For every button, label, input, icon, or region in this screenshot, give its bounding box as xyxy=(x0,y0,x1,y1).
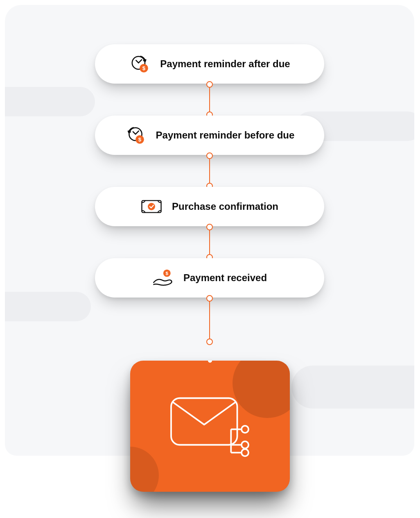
svg-point-7 xyxy=(148,203,155,210)
svg-point-12 xyxy=(242,441,248,448)
svg-point-13 xyxy=(242,449,248,456)
decorative-circle xyxy=(130,447,159,492)
svg-rect-10 xyxy=(171,398,237,445)
connector-node xyxy=(206,361,214,364)
flow-step-label: Purchase confirmation xyxy=(172,201,278,212)
money-check-icon xyxy=(141,196,162,217)
flow-terminal xyxy=(130,361,290,492)
svg-text:$: $ xyxy=(138,136,141,143)
svg-text:$: $ xyxy=(142,65,146,71)
decorative-blob xyxy=(291,366,414,409)
flow-connector xyxy=(209,84,210,116)
clock-dollar-back-icon: $ xyxy=(125,125,146,146)
flow-column: $ Payment reminder after due $ Payment r… xyxy=(87,44,332,343)
hand-dollar-icon: $ xyxy=(152,267,174,289)
svg-point-11 xyxy=(242,426,248,433)
flow-step-label: Payment reminder before due xyxy=(156,130,295,141)
decorative-blob xyxy=(5,292,91,321)
flow-step: $ Payment reminder before due xyxy=(95,116,324,155)
flow-step: $ Payment received xyxy=(95,258,324,298)
mail-automation-icon xyxy=(159,386,261,466)
flow-step: $ Payment reminder after due xyxy=(95,44,324,84)
flow-connector xyxy=(209,155,210,187)
flow-connector xyxy=(209,298,210,343)
flow-step: Purchase confirmation xyxy=(95,187,324,226)
decorative-blob xyxy=(5,87,95,116)
svg-text:$: $ xyxy=(166,271,169,276)
clock-dollar-forward-icon: $ xyxy=(129,53,150,75)
flow-step-label: Payment received xyxy=(183,272,267,284)
flow-step-label: Payment reminder after due xyxy=(160,58,290,70)
flow-connector xyxy=(209,226,210,258)
